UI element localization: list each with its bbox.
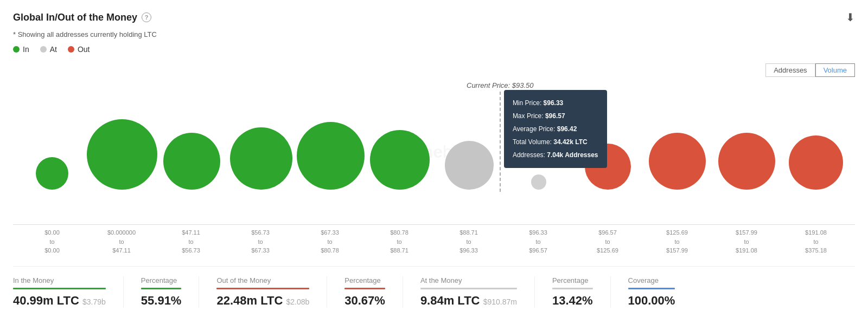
- axis-label-4: $67.33to$80.78: [295, 228, 365, 255]
- divider-2: [199, 276, 199, 308]
- stat-percentage-at: Percentage 13.42%: [552, 276, 610, 308]
- axis-label-11: $191.08to$375.18: [781, 228, 851, 255]
- addresses-button[interactable]: Addresses: [765, 63, 815, 77]
- stat-value-pct-out: 30.67%: [344, 294, 385, 308]
- chart-area: Current Price: $93.50 intotheblock: [13, 81, 855, 222]
- download-icon[interactable]: ⬇: [846, 11, 855, 24]
- axis-label-0: $0.00to$0.00: [17, 228, 87, 255]
- stat-percentage-out: Percentage 30.67%: [344, 276, 403, 308]
- title-group: Global In/Out of the Money ?: [13, 12, 151, 23]
- stat-value-pct-in: 55.91%: [141, 294, 182, 308]
- chart-baseline: [13, 224, 855, 225]
- stat-value-out: 22.48m LTC $2.08b: [216, 294, 309, 308]
- bubble-col-1: [87, 81, 157, 190]
- stat-underline-at: [420, 288, 517, 289]
- divider-5: [534, 276, 535, 308]
- bubble-col-2: [157, 81, 227, 190]
- legend: In At Out: [13, 45, 855, 54]
- legend-label-in: In: [23, 45, 29, 54]
- stat-label-at: At the Money: [420, 276, 517, 284]
- legend-out: Out: [68, 45, 90, 54]
- header: Global In/Out of the Money ? ⬇: [13, 11, 855, 24]
- bubble-2: [163, 133, 220, 190]
- stats-row: In the Money 40.99m LTC $3.79b Percentag…: [13, 266, 855, 308]
- stat-label-pct-at: Percentage: [552, 276, 593, 284]
- axis-label-3: $56.73to$67.33: [226, 228, 295, 255]
- stat-label-coverage: Coverage: [628, 276, 675, 284]
- bubble-col-9: [643, 81, 712, 190]
- stat-underline-in: [13, 288, 106, 289]
- tooltip-addr-value: 7.04k Addresses: [547, 151, 598, 159]
- bubbles-row: Min Price: $96.33 Max Price: $96.57 Aver…: [13, 81, 855, 190]
- bubble-5: [370, 130, 430, 190]
- bubble-11: [789, 135, 843, 190]
- stat-in-the-money: In the Money 40.99m LTC $3.79b: [13, 276, 123, 308]
- stat-underline-out: [216, 288, 309, 289]
- bubble-col-3: [227, 81, 296, 190]
- bubble-col-10: [712, 81, 781, 190]
- stat-value-coverage: 100.00%: [628, 294, 675, 308]
- bubble-0: [36, 157, 68, 190]
- volume-button[interactable]: Volume: [815, 63, 855, 77]
- chart-controls: Addresses Volume: [13, 63, 855, 77]
- legend-at: At: [40, 45, 57, 54]
- stat-underline-pct-in: [141, 288, 182, 289]
- bubble-col-4: [296, 81, 365, 190]
- axis-label-10: $157.99to$191.08: [712, 228, 781, 255]
- legend-label-at: At: [50, 45, 57, 54]
- stat-coverage: Coverage 100.00%: [628, 276, 693, 308]
- tooltip-vol-value: 34.42k LTC: [553, 138, 587, 146]
- stat-value-at: 9.84m LTC $910.87m: [420, 294, 517, 308]
- stat-value-pct-at: 13.42%: [552, 294, 593, 308]
- stat-underline-coverage: [628, 288, 675, 289]
- stat-label-in: In the Money: [13, 276, 106, 284]
- main-container: Global In/Out of the Money ? ⬇ * Showing…: [0, 0, 868, 330]
- tooltip-min-value: $96.33: [544, 99, 564, 107]
- stat-percentage-in: Percentage 55.91%: [141, 276, 199, 308]
- page-title: Global In/Out of the Money: [13, 12, 137, 23]
- help-icon[interactable]: ?: [142, 12, 151, 22]
- divider-1: [123, 276, 124, 308]
- axis-label-1: $0.000000to$47.11: [87, 228, 156, 255]
- legend-in: In: [13, 45, 29, 54]
- price-dashed-line: [500, 92, 501, 192]
- stat-label-pct-in: Percentage: [141, 276, 182, 284]
- bubble-1: [87, 119, 157, 190]
- stat-at-the-money: At the Money 9.84m LTC $910.87m: [420, 276, 534, 308]
- bubble-9: [649, 133, 706, 190]
- axis-labels: $0.00to$0.00 $0.000000to$47.11 $47.11to$…: [13, 228, 855, 255]
- subtitle: * Showing all addresses currently holdin…: [13, 30, 855, 38]
- axis-label-9: $125.69to$157.99: [642, 228, 712, 255]
- stat-label-out: Out of the Money: [216, 276, 309, 284]
- bubble-col-5: [365, 81, 435, 190]
- current-price-indicator: Current Price: $93.50: [467, 81, 534, 192]
- bubble-col-11: [781, 81, 851, 190]
- axis-label-2: $47.11to$56.73: [156, 228, 226, 255]
- legend-dot-in: [13, 46, 20, 53]
- legend-label-out: Out: [78, 45, 90, 54]
- divider-6: [610, 276, 611, 308]
- axis-label-6: $88.71to$96.33: [434, 228, 503, 255]
- tooltip-avg-value: $96.42: [557, 125, 577, 133]
- legend-dot-at: [40, 46, 47, 53]
- divider-3: [327, 276, 327, 308]
- bubble-4: [297, 122, 365, 190]
- stat-underline-pct-at: [552, 288, 593, 289]
- bubble-col-0: [17, 81, 87, 190]
- stat-label-pct-out: Percentage: [344, 276, 385, 284]
- stat-out-the-money: Out of the Money 22.48m LTC $2.08b: [216, 276, 327, 308]
- bubble-3: [230, 127, 292, 190]
- stat-value-in: 40.99m LTC $3.79b: [13, 294, 106, 308]
- legend-dot-out: [68, 46, 74, 53]
- axis-label-7: $96.33to$96.57: [503, 228, 573, 255]
- axis-label-8: $96.57to$125.69: [573, 228, 642, 255]
- bubble-10: [718, 133, 775, 190]
- tooltip-max-value: $96.57: [545, 112, 565, 120]
- stat-underline-pct-out: [344, 288, 385, 289]
- axis-label-5: $80.78to$88.71: [365, 228, 434, 255]
- current-price-label: Current Price: $93.50: [467, 81, 534, 89]
- divider-4: [403, 276, 403, 308]
